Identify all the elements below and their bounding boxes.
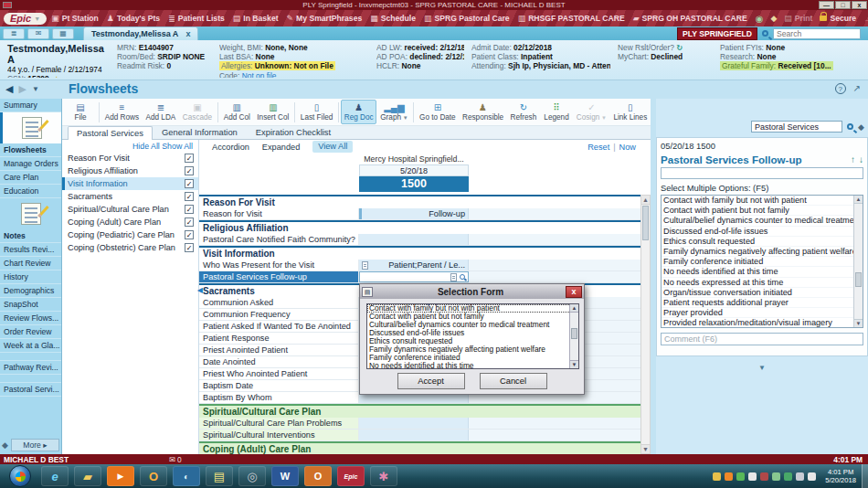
flowsheet-row-pastoral-services-follow-up[interactable]: Pastoral Services Follow-up [199,271,640,283]
add-lda-button[interactable]: ≣Add LDA [143,100,179,124]
link-lines-button[interactable]: ▯Link Lines [610,100,651,124]
sidebar-notes-tile[interactable] [0,198,61,229]
wrench-icon[interactable]: ◆ [858,122,864,132]
checkbox[interactable]: ✓ [185,217,194,227]
grid-vertical-scrollbar[interactable]: ▲ ▼ [640,195,651,454]
flowsheet-cell[interactable]: Follow-up [359,208,469,219]
group-row-religious-affiliation[interactable]: Religious Affiliation✓ [62,164,198,177]
flowsheet-row-label[interactable]: Patient Response [199,333,359,344]
sync-icon[interactable] [772,472,780,481]
group-row-sacraments[interactable]: Sacraments✓ [62,190,198,203]
volume-icon[interactable] [808,472,816,481]
sidebar-more-button[interactable]: More ▸ [11,439,59,451]
flowsheet-row-spiritual-cultural-care-plan-problems[interactable]: Spiritual/Cultural Care Plan Problems [199,418,640,430]
comment-input[interactable] [661,333,863,345]
flowsheet-row-label[interactable]: Spiritual/Cultural Interventions [199,430,359,440]
magnifier-icon[interactable] [460,274,465,280]
column-header-date[interactable]: 5/20/18 [359,164,469,176]
collapse-panel-icon[interactable]: ◀ [197,286,203,294]
secure-button[interactable]: Secure [820,14,856,23]
dialog-titlebar[interactable]: ▤ Selection Form x [360,284,584,299]
flowsheet-search-input[interactable] [751,121,842,133]
dialog-option[interactable]: Family dynamics negatively affecting pat… [367,345,578,354]
multi-select-option[interactable]: Ethics consult requested [662,237,853,247]
shield-icon[interactable] [713,472,721,481]
tab-pastoral-services[interactable]: Pastoral Services [68,126,153,140]
cancel-button[interactable]: Cancel [480,373,547,389]
sidebar-flowsheets-tile[interactable] [0,112,61,143]
reset-link[interactable]: Reset [587,143,609,152]
flowsheet-row-label[interactable]: Priest Anointed Patient [199,345,359,355]
flowsheet-cell[interactable] [359,418,469,429]
grateful-family-value[interactable]: Received [10... [778,61,831,70]
sidebar-item-chart-review[interactable]: Chart Review [0,257,61,271]
log-out-button[interactable]: →Log Out [863,14,868,24]
patient-lists-shortcut-icon[interactable]: ≣ [3,28,25,39]
flowsheet-cell[interactable] [359,234,469,245]
listbox-scrollbar[interactable]: ▲ ▼ [853,196,863,327]
group-row-spiritual-cultural-care-plan[interactable]: Spiritual/Cultural Care Plan✓ [62,203,198,216]
checkbox[interactable]: ✓ [185,192,194,201]
checkbox[interactable]: ✓ [185,243,194,252]
epic-menu-patient-lists[interactable]: ≣Patient Lists [168,14,225,23]
scroll-up-icon[interactable]: ▲ [641,196,650,205]
flowsheet-cell[interactable]: Patient;Parent / Le... [359,260,469,271]
scroll-down-icon[interactable]: ▼ [570,360,578,368]
start-button[interactable] [9,465,31,487]
code-value[interactable]: Not on file [242,71,277,78]
last-filed-button[interactable]: ▯Last Filed [297,100,336,124]
sidebar-item-care-plan[interactable]: Care Plan [0,171,61,185]
scrollbar-thumb[interactable] [855,272,862,287]
add-rows-button[interactable]: ≡Add Rows [101,100,143,124]
minimize-button[interactable]: — [819,1,834,9]
maximize-button[interactable]: □ [835,1,851,9]
multi-select-option[interactable]: Discussed end-of-life issues [662,227,853,237]
now-link[interactable]: Now [619,143,636,152]
sidebar-item-order-review[interactable]: Order Review [0,325,61,339]
epic-menu-schedule[interactable]: ▦Schedule [370,14,416,23]
flowsheet-row-label[interactable]: Reason for Visit [199,208,359,219]
multi-select-option[interactable]: Prayer provided [662,308,853,318]
view-all-button[interactable]: View All [312,141,353,153]
dialog-option[interactable]: Discussed end-of-life issues [367,329,578,337]
sidebar-item-notes[interactable]: Notes [0,229,61,243]
messenger-icon[interactable] [736,472,745,481]
responsible-button[interactable]: ♟Responsible [459,100,506,124]
flowsheet-cell[interactable] [359,430,469,440]
flowsheet-row-label[interactable]: Pastoral Care Notified Faith Community? [199,234,359,245]
outlook-icon[interactable]: O [304,466,332,486]
flowsheet-row-label[interactable]: Patient Asked If Wanted To Be Anointed [199,321,359,332]
flowsheet-row-pastoral-care-notified-faith-community[interactable]: Pastoral Care Notified Faith Community? [199,234,640,246]
help-icon[interactable]: ? [835,83,846,94]
reports-shortcut-icon[interactable]: ▦ [52,28,74,39]
in-basket-shortcut-icon[interactable]: ✉ [27,28,49,39]
dialog-close-icon[interactable]: x [566,286,582,298]
multi-select-option[interactable]: No needs expressed at this time [662,278,853,288]
epic-menu-sprg-pastoral-care[interactable]: ▥SPRG Pastoral Care [424,14,510,23]
dialog-option[interactable]: Contact with patient but not family [367,313,578,321]
epic-menu-in-basket[interactable]: ▤In Basket [233,14,279,23]
next-row-icon[interactable]: ↓ [859,154,863,164]
sidebar-item-review-flows[interactable]: Review Flows... [0,312,61,325]
forward-arrow-icon[interactable]: ▶ [18,83,26,95]
dialog-option[interactable]: Contact with family but not with patient [367,304,578,313]
sidebar-item-pathway-revi[interactable]: Pathway Revi... [0,361,61,375]
wrench-icon[interactable]: ◆ [2,440,8,450]
column-header-time[interactable]: 1500 [359,176,469,192]
multi-select-option[interactable]: Contact with family but not with patient [662,196,853,206]
expanded-view-button[interactable]: Expanded [262,143,300,152]
epic-menu-rhsgf-pastoral-care[interactable]: ▥RHSGF PASTORAL CARE [518,14,625,23]
star-icon[interactable]: ★ [53,75,59,78]
accept-button[interactable]: Accept [397,373,465,389]
taskbar-clock[interactable]: 4:01 PM 5/20/2018 [820,468,862,484]
multi-select-option[interactable]: Contact with patient but not family [662,206,853,216]
checkbox[interactable]: ✓ [185,166,194,175]
checkbox[interactable]: ✓ [185,179,194,188]
new-doc-icon[interactable] [450,273,457,281]
file-explorer-icon[interactable]: ▰ [74,466,101,486]
dialog-scrollbar[interactable]: ▲ ▼ [569,304,578,368]
dialog-option[interactable]: Cultural/belief dynamics counter to medi… [367,321,578,329]
sticky-notes-icon[interactable]: ▤ [206,466,233,486]
sidebar-item-education[interactable]: Education [0,185,61,198]
sidebar-item-pastoral-servi[interactable]: Pastoral Servi... [0,383,61,397]
